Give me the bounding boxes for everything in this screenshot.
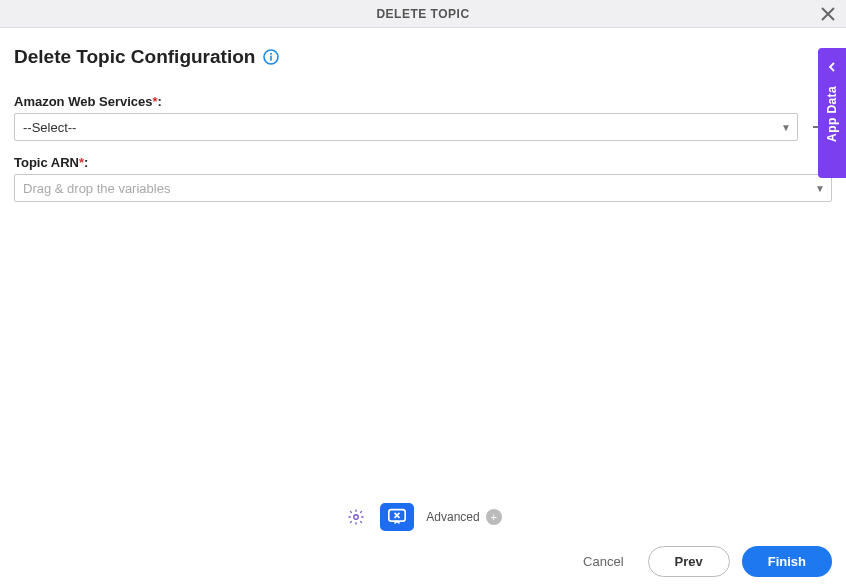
aws-select-value: --Select-- xyxy=(23,120,76,135)
plus-circle-icon: + xyxy=(486,509,502,525)
field-topic-arn: Topic ARN*: Drag & drop the variables ▼ xyxy=(14,155,832,202)
footer-toolbar: Advanced + xyxy=(0,497,846,537)
page-title: Delete Topic Configuration xyxy=(14,46,255,68)
cancel-button[interactable]: Cancel xyxy=(571,546,635,577)
chevron-down-icon: ▼ xyxy=(781,122,791,133)
app-data-label: App Data xyxy=(825,86,839,142)
field-aws: Amazon Web Services*: --Select-- ▼ xyxy=(14,94,832,141)
dialog-content: Delete Topic Configuration Amazon Web Se… xyxy=(0,28,846,202)
prev-button[interactable]: Prev xyxy=(648,546,730,577)
footer-buttons: Cancel Prev Finish xyxy=(571,546,832,577)
close-button[interactable] xyxy=(818,4,838,24)
page-title-row: Delete Topic Configuration xyxy=(14,46,832,68)
advanced-label: Advanced xyxy=(426,510,479,524)
svg-point-1 xyxy=(270,53,272,55)
field-aws-label: Amazon Web Services*: xyxy=(14,94,832,109)
chat-x-icon xyxy=(387,508,407,526)
debug-button[interactable] xyxy=(380,503,414,531)
finish-button[interactable]: Finish xyxy=(742,546,832,577)
dialog-title: DELETE TOPIC xyxy=(376,7,469,21)
field-topic-arn-label: Topic ARN*: xyxy=(14,155,832,170)
chevron-down-icon: ▼ xyxy=(815,183,825,194)
topic-arn-placeholder: Drag & drop the variables xyxy=(23,181,170,196)
aws-select[interactable]: --Select-- ▼ xyxy=(14,113,798,141)
svg-point-3 xyxy=(354,515,359,520)
svg-rect-2 xyxy=(271,56,273,61)
info-icon[interactable] xyxy=(263,49,279,65)
close-icon xyxy=(821,7,835,21)
gear-icon xyxy=(347,508,365,526)
settings-button[interactable] xyxy=(344,505,368,529)
chevron-left-icon xyxy=(827,58,837,76)
advanced-toggle[interactable]: Advanced + xyxy=(426,509,501,525)
app-data-panel-tab[interactable]: App Data xyxy=(818,48,846,178)
dialog-header: DELETE TOPIC xyxy=(0,0,846,28)
topic-arn-input[interactable]: Drag & drop the variables ▼ xyxy=(14,174,832,202)
